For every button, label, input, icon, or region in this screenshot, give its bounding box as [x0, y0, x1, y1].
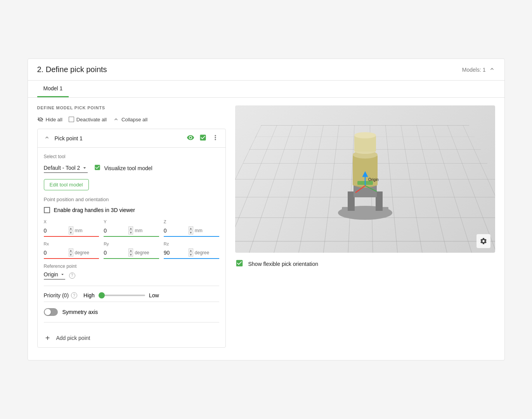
symmetry-row: Symmetry axis [44, 302, 219, 322]
ry-spinners: ▲ ▼ [128, 248, 133, 257]
rx-input[interactable] [44, 250, 67, 256]
rz-decrement[interactable]: ▼ [189, 253, 193, 257]
chevron-up-icon [113, 116, 119, 122]
priority-info-icon[interactable]: ? [71, 292, 77, 298]
visualize-checkbox[interactable] [94, 164, 101, 172]
collapse-all-button[interactable]: Collapse all [113, 116, 147, 122]
rx-decrement[interactable]: ▼ [69, 253, 73, 257]
z-unit: mm [195, 228, 203, 233]
pick-point-title: Pick point 1 [55, 135, 182, 141]
pick-point-header: Pick point 1 [38, 129, 225, 148]
pick-point-card: Pick point 1 Select tool [37, 129, 226, 348]
ry-decrement[interactable]: ▼ [128, 253, 133, 257]
z-label: Z [164, 219, 219, 224]
models-count: Models: 1 [462, 66, 495, 73]
add-pick-point-label: Add pick point [56, 335, 90, 341]
ry-input[interactable] [104, 250, 127, 256]
content-area: DEFINE MODEL PICK POINTS Hide all Deacti… [28, 98, 504, 360]
y-increment[interactable]: ▲ [128, 226, 133, 230]
symmetry-toggle[interactable] [44, 308, 58, 316]
models-count-label: Models: 1 [462, 67, 486, 73]
page-header: 2. Define pick points Models: 1 [28, 59, 504, 81]
robot-model: Origin [334, 124, 396, 224]
rx-input-wrap: ▲ ▼ degree [44, 248, 99, 259]
rz-input-wrap: ▲ ▼ degree [164, 248, 219, 259]
rz-unit: degree [195, 250, 209, 255]
rx-increment[interactable]: ▲ [69, 248, 73, 252]
toggle-knob [45, 309, 51, 315]
deactivate-all-button[interactable]: Deactivate all [69, 117, 107, 122]
z-field: Z ▲ ▼ mm [164, 219, 219, 237]
svg-text:Origin: Origin [368, 178, 379, 182]
add-icon: + [44, 334, 52, 342]
viewer-settings-button[interactable] [477, 234, 490, 248]
gear-icon [480, 237, 487, 245]
xyz-coords: X ▲ ▼ mm Y [44, 219, 219, 237]
tool-select-dropdown[interactable]: Default - Tool 2 [44, 163, 88, 173]
priority-slider[interactable] [99, 295, 145, 296]
svg-point-10 [354, 132, 376, 138]
dropdown-arrow-icon [81, 165, 88, 171]
show-flexible-row: Show flexible pick orientation [235, 259, 495, 269]
x-spinners: ▲ ▼ [69, 226, 73, 235]
x-input[interactable] [44, 228, 67, 234]
drag-handle-row: Enable drag handles in 3D viewer [44, 207, 219, 213]
priority-row: Priority (0) ? High Low [44, 292, 219, 298]
more-options-icon[interactable] [211, 134, 219, 143]
right-panel: Origin Show flexible pick orientation [235, 105, 495, 352]
hide-all-button[interactable]: Hide all [37, 116, 62, 122]
rx-label: Rx [44, 241, 99, 246]
edit-tool-model-button[interactable]: Edit tool model [44, 179, 89, 190]
x-input-wrap: ▲ ▼ mm [44, 226, 99, 237]
priority-high-label: High [83, 292, 95, 298]
rz-spinners: ▲ ▼ [189, 248, 193, 257]
collapse-header-icon[interactable] [489, 66, 495, 73]
tab-model1[interactable]: Model 1 [37, 81, 69, 97]
drag-handles-label: Enable drag handles in 3D viewer [54, 207, 135, 213]
eye-off-icon [37, 116, 43, 122]
z-decrement[interactable]: ▼ [189, 231, 193, 235]
x-decrement[interactable]: ▼ [69, 231, 73, 235]
ry-unit: degree [135, 250, 149, 255]
add-pick-point-row[interactable]: + Add pick point [38, 329, 225, 347]
tab-model1-label: Model 1 [43, 85, 63, 91]
priority-slider-wrap: High Low [83, 292, 159, 298]
y-spinners: ▲ ▼ [128, 226, 133, 235]
y-input[interactable] [104, 228, 127, 234]
ry-increment[interactable]: ▲ [128, 248, 133, 252]
select-tool-label: Select tool [44, 154, 219, 159]
z-input[interactable] [164, 228, 187, 234]
visibility-icon[interactable] [187, 134, 194, 143]
priority-label: Priority (0) ? [44, 292, 78, 298]
ry-input-wrap: ▲ ▼ degree [104, 248, 159, 259]
reference-info-icon[interactable]: ? [69, 272, 75, 279]
y-field: Y ▲ ▼ mm [104, 219, 159, 237]
divider-1 [44, 286, 219, 286]
rz-input[interactable] [164, 250, 187, 256]
active-checkbox-icon[interactable] [199, 134, 207, 143]
hide-all-label: Hide all [46, 117, 62, 122]
ry-field: Ry ▲ ▼ degree [104, 241, 159, 259]
priority-low-label: Low [149, 292, 159, 298]
flexible-checkbox[interactable] [235, 259, 244, 269]
origin-select[interactable]: Origin [44, 271, 65, 279]
z-spinners: ▲ ▼ [189, 226, 193, 235]
tool-value: Default - Tool 2 [44, 165, 80, 171]
rx-field: Rx ▲ ▼ degree [44, 241, 99, 259]
point-position-label: Point position and orientation [44, 197, 219, 202]
symmetry-label: Symmetry axis [62, 309, 98, 315]
section-title: DEFINE MODEL PICK POINTS [37, 105, 226, 110]
x-increment[interactable]: ▲ [69, 226, 73, 230]
rxyz-coords: Rx ▲ ▼ degree [44, 241, 219, 259]
reference-label: Reference point [44, 264, 219, 269]
deactivate-all-label: Deactivate all [76, 117, 107, 122]
y-decrement[interactable]: ▼ [128, 231, 133, 235]
checkbox-icon [69, 117, 74, 122]
rz-increment[interactable]: ▲ [189, 248, 193, 252]
drag-handles-checkbox[interactable] [44, 207, 50, 213]
show-flexible-label: Show flexible pick orientation [248, 261, 319, 267]
z-increment[interactable]: ▲ [189, 226, 193, 230]
expand-icon[interactable] [44, 134, 50, 142]
visualize-text: Visualize tool model [104, 165, 152, 171]
rx-unit: degree [75, 250, 89, 255]
